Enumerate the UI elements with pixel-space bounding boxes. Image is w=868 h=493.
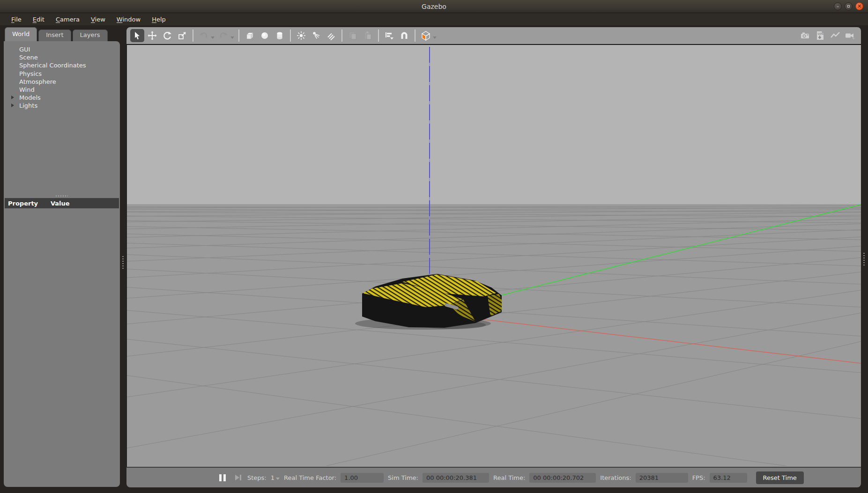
sphere-icon xyxy=(260,31,269,40)
tab-world[interactable]: World xyxy=(5,27,37,41)
undo-icon xyxy=(199,31,208,40)
tree-item-gui[interactable]: GUI xyxy=(4,45,120,53)
pause-button[interactable] xyxy=(219,474,226,481)
robot-model[interactable] xyxy=(355,274,502,330)
expander-arrow-icon[interactable] xyxy=(11,103,14,107)
data-logger-button[interactable]: LOG xyxy=(813,29,827,42)
world-tree: GUISceneSpherical CoordinatesPhysicsAtmo… xyxy=(4,41,120,194)
insert-cylinder-button[interactable] xyxy=(273,29,287,42)
box-icon xyxy=(245,31,254,40)
real-time-label: Real Time: xyxy=(493,474,525,481)
video-record-button[interactable] xyxy=(843,29,857,42)
insert-box-button[interactable] xyxy=(243,29,257,42)
window-title: Gazebo xyxy=(422,3,446,10)
tree-item-wind[interactable]: Wind xyxy=(4,86,120,94)
rotate-icon xyxy=(163,31,172,40)
menu-view[interactable]: View xyxy=(85,15,111,24)
steps-label: Steps: xyxy=(247,474,267,481)
sim-time-label: Sim Time: xyxy=(388,474,418,481)
real-time-value: 00 00:00:20.702 xyxy=(529,473,596,483)
screenshot-button[interactable] xyxy=(798,29,812,42)
paste-icon xyxy=(363,31,372,40)
point-light-icon xyxy=(297,31,306,40)
sim-time-value: 00 00:00:20.381 xyxy=(423,473,489,483)
property-table-body xyxy=(4,208,120,487)
tree-item-scene[interactable]: Scene xyxy=(4,53,120,61)
undo-button[interactable] xyxy=(197,29,211,42)
rotate-tool-button[interactable] xyxy=(160,29,174,42)
plot-button[interactable] xyxy=(828,29,842,42)
world-panel: GUISceneSpherical CoordinatesPhysicsAtmo… xyxy=(4,41,120,487)
tree-item-physics[interactable]: Physics xyxy=(4,70,120,78)
render-toolbar: LOG xyxy=(126,27,861,45)
align-icon xyxy=(385,31,394,40)
log-file-icon: LOG xyxy=(815,30,825,41)
view-angle-cube-icon xyxy=(420,30,431,41)
tree-item-atmosphere[interactable]: Atmosphere xyxy=(4,78,120,86)
select-tool-button[interactable] xyxy=(130,29,144,42)
iterations-label: Iterations: xyxy=(600,474,631,481)
reset-time-button[interactable]: Reset Time xyxy=(756,471,804,484)
toolbar-separator xyxy=(290,29,291,42)
value-column-header: Value xyxy=(51,200,70,207)
redo-button[interactable] xyxy=(216,29,230,42)
menu-file[interactable]: File xyxy=(6,15,27,24)
align-button[interactable] xyxy=(382,29,396,42)
property-column-header: Property xyxy=(5,200,51,207)
toolbar-separator xyxy=(238,29,239,42)
minimize-icon[interactable]: – xyxy=(834,2,842,10)
main-area: LOG xyxy=(126,27,861,487)
expander-arrow-icon[interactable] xyxy=(11,96,14,99)
arrow-cursor-icon xyxy=(133,31,142,40)
iterations-value: 20381 xyxy=(636,473,688,483)
right-splitter-handle[interactable] xyxy=(863,253,865,267)
directional-light-button[interactable] xyxy=(324,29,338,42)
view-angle-dropdown[interactable] xyxy=(433,37,437,39)
menu-help[interactable]: Help xyxy=(146,15,171,24)
panel-splitter-handle[interactable] xyxy=(4,194,120,198)
left-splitter-handle[interactable] xyxy=(122,256,124,270)
tab-layers[interactable]: Layers xyxy=(73,29,108,41)
toolbar-separator xyxy=(341,29,342,42)
toolbar-separator xyxy=(415,29,415,42)
toolbar-separator xyxy=(378,29,379,42)
view-angle-button[interactable] xyxy=(419,29,433,42)
menu-edit[interactable]: Edit xyxy=(27,15,50,24)
spot-light-button[interactable] xyxy=(309,29,323,42)
paste-button[interactable] xyxy=(361,29,375,42)
undo-history-dropdown[interactable] xyxy=(211,37,215,39)
svg-text:LOG: LOG xyxy=(818,32,824,35)
tree-item-spherical-coordinates[interactable]: Spherical Coordinates xyxy=(4,61,120,69)
scale-icon xyxy=(178,31,187,40)
property-table-header: Property Value xyxy=(5,198,119,208)
menu-camera[interactable]: Camera xyxy=(50,15,85,24)
steps-spinner[interactable]: 1 xyxy=(271,474,280,481)
magnet-icon xyxy=(400,31,409,40)
scale-tool-button[interactable] xyxy=(175,29,189,42)
panel-tabs: WorldInsertLayers xyxy=(4,27,120,41)
tab-insert[interactable]: Insert xyxy=(38,29,71,41)
insert-sphere-button[interactable] xyxy=(258,29,272,42)
tree-item-lights[interactable]: Lights xyxy=(4,102,120,110)
fps-label: FPS: xyxy=(692,474,705,481)
menu-window[interactable]: Window xyxy=(111,15,146,24)
cylinder-icon xyxy=(275,31,284,40)
camera-icon xyxy=(800,31,810,40)
toolbar-separator xyxy=(193,29,193,42)
scene-3d xyxy=(127,45,861,466)
title-bar[interactable]: Gazebo – ✕ xyxy=(0,0,868,13)
copy-button[interactable] xyxy=(346,29,360,42)
video-camera-icon xyxy=(845,31,856,40)
maximize-icon[interactable] xyxy=(845,2,853,10)
step-button[interactable] xyxy=(234,473,243,482)
redo-icon xyxy=(219,31,228,40)
snap-button[interactable] xyxy=(397,29,411,42)
render-viewport[interactable] xyxy=(126,45,861,467)
close-icon[interactable]: ✕ xyxy=(855,2,863,10)
translate-tool-button[interactable] xyxy=(145,29,159,42)
redo-history-dropdown[interactable] xyxy=(230,37,234,39)
fps-value: 63.12 xyxy=(710,473,747,483)
tree-item-models[interactable]: Models xyxy=(4,94,120,102)
x-axis-line xyxy=(430,313,861,363)
point-light-button[interactable] xyxy=(294,29,308,42)
